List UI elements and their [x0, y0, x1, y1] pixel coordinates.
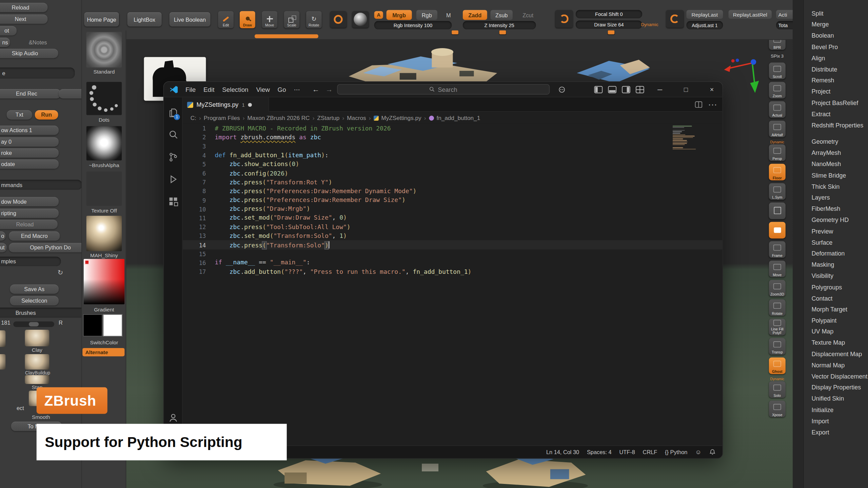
- cut-field-e[interactable]: e: [0, 67, 75, 79]
- shelf-button-chat[interactable]: [769, 222, 786, 239]
- menu-item-morph-target[interactable]: Morph Target: [793, 304, 868, 315]
- texture-thumb[interactable]: [86, 171, 122, 206]
- slider-thumb[interactable]: [29, 322, 39, 326]
- menu-item-geometry[interactable]: Geometry: [793, 136, 868, 147]
- menu-go[interactable]: Go: [274, 85, 290, 95]
- code-line-6[interactable]: 6 zbc.config(2026): [183, 169, 723, 178]
- menu-file[interactable]: File: [182, 85, 200, 95]
- home-page-button[interactable]: Home Page: [84, 12, 119, 26]
- code-line-14[interactable]: 14 zbc.press("Transform:Solo"): [183, 240, 723, 249]
- shelf-button-ghost[interactable]: Ghost: [769, 358, 786, 374]
- menu-item-texture-map[interactable]: Texture Map: [793, 337, 868, 348]
- code-line-8[interactable]: 8 zbc.press("Preferences:Draw:Remember D…: [183, 187, 723, 196]
- mrgb-button[interactable]: Mrgb: [387, 10, 412, 20]
- back-button[interactable]: ←: [312, 85, 319, 93]
- menu-item-surface[interactable]: Surface: [793, 237, 868, 248]
- shelf-button-floor[interactable]: Floor: [769, 164, 786, 180]
- txt-button[interactable]: Txt: [7, 110, 32, 120]
- menu-item-visibility[interactable]: Visibility: [793, 270, 868, 281]
- menu-edit[interactable]: Edit: [200, 85, 218, 95]
- shelf-button-aahalf[interactable]: AAHalf: [769, 121, 786, 137]
- cut-button-ut[interactable]: ut: [0, 243, 7, 252]
- breadcrumb-item-program-files[interactable]: Program Files: [204, 115, 240, 121]
- tab-myzsettings[interactable]: MyZSettings.py 1: [183, 97, 269, 111]
- replay-last-button[interactable]: ReplayLast: [686, 10, 723, 19]
- menu-item-slime-bridge[interactable]: Slime Bridge: [793, 170, 868, 181]
- primary-color-swatch[interactable]: [83, 314, 102, 336]
- shelf-button-persp[interactable]: Persp: [769, 144, 786, 161]
- menu-item-unified-skin[interactable]: Unified Skin: [793, 393, 868, 404]
- r-toggle[interactable]: R: [59, 320, 63, 326]
- zsub-button[interactable]: Zsub: [491, 10, 513, 20]
- update-item[interactable]: odate: [0, 159, 59, 169]
- code-line-1[interactable]: 1# ZBRUSH MACRO - Recorded in ZBrush ver…: [183, 124, 723, 133]
- a-toggle[interactable]: A: [374, 11, 383, 19]
- alpha-button[interactable]: [352, 11, 369, 28]
- source-control-icon[interactable]: [167, 151, 179, 163]
- editor[interactable]: 1# ZBRUSH MACRO - Recorded in ZBrush ver…: [183, 124, 723, 446]
- shelf-item-spix-3[interactable]: SPix 3: [771, 53, 784, 60]
- minimize-button[interactable]: ─: [649, 86, 670, 94]
- notes-label[interactable]: &Notes: [29, 39, 47, 45]
- secondary-color-swatch[interactable]: [103, 314, 122, 336]
- account-icon[interactable]: [167, 412, 179, 423]
- skip-audio-button[interactable]: Skip Audio: [0, 49, 58, 58]
- zadd-button[interactable]: Zadd: [463, 10, 487, 20]
- menu-item-preview[interactable]: Preview: [793, 225, 868, 237]
- menu-item-deformation[interactable]: Deformation: [793, 248, 868, 259]
- menu-item-vector-displacement[interactable]: Vector Displacement: [793, 371, 868, 382]
- code-line-15[interactable]: 15: [183, 249, 723, 258]
- menu-item-polypaint[interactable]: Polypaint: [793, 315, 868, 326]
- rotate-button[interactable]: ↻ Rotate: [306, 11, 322, 28]
- brush-thumb-claybuildup[interactable]: [25, 354, 49, 370]
- status-cursor-position[interactable]: Ln 14, Col 30: [546, 449, 579, 455]
- code-line-7[interactable]: 7 zbc.press("Transform:Rot Y"): [183, 178, 723, 186]
- stroke-item[interactable]: roke: [0, 148, 59, 158]
- menu-item-displacement-map[interactable]: Displacement Map: [793, 348, 868, 360]
- alpha-thumb[interactable]: [86, 126, 122, 160]
- draw-button[interactable]: Draw: [240, 11, 255, 28]
- feedback-icon[interactable]: ☺: [695, 449, 701, 455]
- brush-standard-thumb[interactable]: [86, 32, 122, 67]
- menu-item-fibermesh[interactable]: FiberMesh: [793, 203, 868, 214]
- replay-last-rel-button[interactable]: ReplayLastRel: [729, 10, 772, 19]
- code-line-12[interactable]: 12 zbc.press("Tool:SubTool:All Low"): [183, 222, 723, 231]
- refresh-icon[interactable]: ↻: [58, 269, 63, 277]
- forward-button[interactable]: →: [326, 85, 333, 93]
- customize-layout-icon[interactable]: [635, 86, 644, 94]
- code-line-17[interactable]: 17 zbc.add_button("???", "Press to run t…: [183, 267, 723, 276]
- extensions-icon[interactable]: [167, 196, 179, 207]
- code-line-10[interactable]: 10 zbc.press("Draw:Mrgb"): [183, 205, 723, 214]
- breadcrumb-item-maxon-zbrush-2026-rc[interactable]: Maxon ZBrush 2026 RC: [248, 115, 310, 121]
- focal-shift-slider[interactable]: Focal Shift 0: [576, 10, 642, 18]
- search-sidebar-icon[interactable]: [167, 129, 179, 141]
- select-icon-button[interactable]: SelectIcon: [10, 296, 59, 305]
- shelf-button-transp[interactable]: Transp: [769, 338, 786, 355]
- menu-item-align[interactable]: Align: [793, 53, 868, 64]
- move-button[interactable]: Move: [262, 11, 277, 28]
- menu-item-initialize[interactable]: Initialize: [793, 404, 868, 415]
- brush-thumb-partial-1[interactable]: [0, 330, 5, 347]
- brush-size-slider[interactable]: [13, 322, 54, 327]
- toggle-secondary-sidebar-icon[interactable]: [622, 86, 630, 94]
- rgb-intensity-handle[interactable]: [452, 30, 458, 34]
- alternate-button[interactable]: Alternate: [82, 348, 124, 356]
- more-actions-icon[interactable]: ⋯: [708, 99, 717, 110]
- breadcrumb-item-c[interactable]: C:: [191, 115, 196, 121]
- shelf-button-cube[interactable]: [769, 203, 786, 219]
- code-line-3[interactable]: 3: [183, 142, 723, 151]
- run-button[interactable]: Run: [35, 110, 58, 120]
- code-line-9[interactable]: 9 zbc.press("Preferences:Draw:Remember D…: [183, 196, 723, 204]
- toggle-panel-icon[interactable]: [608, 86, 617, 94]
- draw-size-handle[interactable]: [608, 30, 615, 34]
- stroke-type-button[interactable]: [330, 11, 347, 28]
- menu-item-bevel-pro[interactable]: Bevel Pro: [793, 41, 868, 53]
- shelf-button-l-sym[interactable]: L.Sym: [769, 183, 786, 200]
- draw-size-indicator-bar[interactable]: [255, 34, 318, 38]
- edit-button[interactable]: Edit: [218, 11, 234, 28]
- color-picker[interactable]: [84, 259, 125, 304]
- material-thumb[interactable]: [86, 216, 122, 251]
- status-eol[interactable]: CRLF: [643, 449, 657, 455]
- delay-slider[interactable]: ay 0: [0, 137, 59, 147]
- brush-thumb-partial-2[interactable]: [0, 354, 5, 370]
